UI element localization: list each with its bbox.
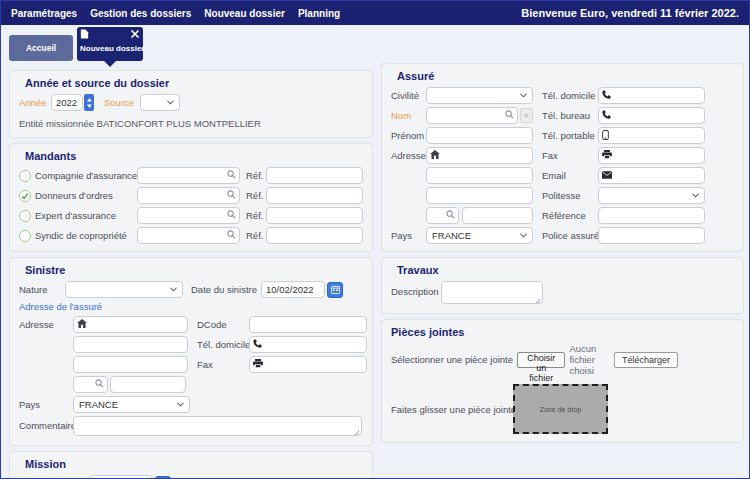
- upload-button[interactable]: Télécharger: [614, 352, 678, 368]
- tab-accueil[interactable]: Accueil: [9, 35, 73, 61]
- assure-adresse-input-3[interactable]: [426, 187, 533, 204]
- date-sinistre-label: Date du sinistre: [191, 284, 257, 295]
- panel-mission: Mission Reçue le Montant d'ouverture € M…: [9, 451, 373, 479]
- mandant-row-expert: Expert d'assurance Réf.: [19, 207, 363, 224]
- mandant-radio-donneurs[interactable]: [19, 190, 31, 202]
- panel-mandants-title: Mandants: [25, 150, 363, 162]
- house-icon: [77, 319, 87, 330]
- fax-icon: [253, 359, 263, 370]
- mandant-label: Expert d'assurance: [35, 210, 137, 221]
- panel-pieces-title: Pièces jointes: [391, 326, 734, 338]
- nature-select[interactable]: [65, 281, 183, 298]
- mandant-label: Donneurs d'ordres: [35, 190, 137, 201]
- file-icon: [80, 29, 89, 41]
- ref-label: Réf.: [246, 210, 263, 221]
- source-select[interactable]: [140, 94, 180, 111]
- mandant-label: Syndic de copropriété: [35, 230, 137, 241]
- tel-bureau-label: Tél. bureau: [542, 110, 598, 121]
- panel-sinistre: Sinistre Nature Date du sinistre Adresse…: [9, 257, 373, 446]
- pays-value: FRANCE: [79, 399, 118, 410]
- nom-label: Nom: [391, 110, 426, 121]
- email-label: Email: [542, 170, 598, 181]
- mandant-ref-input-syndic[interactable]: [266, 227, 363, 244]
- calendar-button[interactable]: [327, 282, 343, 298]
- annee-spinner[interactable]: [84, 94, 94, 111]
- assure-tel-portable-input[interactable]: [598, 127, 705, 144]
- civilite-select[interactable]: [426, 87, 533, 104]
- commentaire-textarea[interactable]: [73, 416, 362, 436]
- description-label: Description: [391, 286, 441, 297]
- chevron-down-icon: [520, 233, 527, 238]
- assure-tel-domicile-input[interactable]: [598, 87, 705, 104]
- phone-icon: [602, 90, 611, 101]
- prenom-input[interactable]: [426, 127, 533, 144]
- assure-ville-input[interactable]: [462, 207, 533, 224]
- mandant-ref-input-compagnie[interactable]: [266, 167, 363, 184]
- mandant-radio-expert[interactable]: [19, 210, 31, 222]
- reference-input[interactable]: [598, 207, 705, 224]
- panel-annee-source: Année et source du dossier Année Source …: [9, 70, 373, 138]
- prenom-label: Prénom: [391, 130, 426, 141]
- mandant-search-input-syndic[interactable]: [137, 227, 240, 244]
- assure-fax-input[interactable]: [598, 147, 705, 164]
- tab-nouveau-dossier[interactable]: Nouveau dossier: [77, 27, 143, 61]
- chevron-down-icon: [520, 93, 527, 98]
- tel-domicile-label: Tél. domicile: [542, 90, 598, 101]
- panel-assure: Assuré Civilité Tél. domicile Nom ✕ Tél.…: [381, 63, 744, 252]
- envelope-icon: [602, 170, 612, 181]
- tel-domicile-input[interactable]: [249, 336, 367, 353]
- fax-input[interactable]: [249, 356, 367, 373]
- adresse-input-2[interactable]: [73, 336, 188, 353]
- dcode-input[interactable]: [249, 316, 367, 333]
- calendar-button[interactable]: [155, 476, 171, 479]
- assure-tel-bureau-input[interactable]: [598, 107, 705, 124]
- date-sinistre-input[interactable]: [261, 281, 325, 298]
- assure-adresse-input-2[interactable]: [426, 167, 533, 184]
- adresse-input-3[interactable]: [73, 356, 188, 373]
- assure-adresse-input-1[interactable]: [426, 147, 533, 164]
- search-icon: [95, 379, 104, 390]
- menu-item-gestion-dossiers[interactable]: Gestion des dossiers: [90, 8, 191, 19]
- politesse-select[interactable]: [598, 187, 705, 204]
- ville-input[interactable]: [110, 376, 186, 393]
- description-textarea[interactable]: [441, 281, 543, 304]
- search-icon: [227, 170, 236, 181]
- police-assure-input[interactable]: [598, 227, 705, 244]
- mandant-search-input-compagnie[interactable]: [137, 167, 240, 184]
- menu-item-planning[interactable]: Planning: [298, 8, 340, 19]
- tab-bar: Accueil Nouveau dossier: [1, 25, 749, 63]
- adresse-input-1[interactable]: [73, 316, 188, 333]
- tab-close-icon[interactable]: [130, 29, 140, 41]
- menu-item-nouveau-dossier[interactable]: Nouveau dossier: [204, 8, 285, 19]
- pays-select[interactable]: FRANCE: [73, 396, 190, 413]
- search-icon: [227, 190, 236, 201]
- annee-input[interactable]: [51, 94, 83, 111]
- assure-pays-value: FRANCE: [432, 230, 471, 241]
- search-icon: [227, 230, 236, 241]
- entite-note: Entité missionnée BATICONFORT PLUS MONTP…: [19, 118, 363, 129]
- annee-label: Année: [19, 97, 51, 108]
- mandant-search-input-expert[interactable]: [137, 207, 240, 224]
- welcome-text: Bienvenue Euro, vendredi 11 février 2022…: [521, 7, 739, 19]
- menu-item-parametrages[interactable]: Paramétrages: [11, 8, 77, 19]
- mandant-row-syndic: Syndic de copropriété Réf.: [19, 227, 363, 244]
- assure-pays-select[interactable]: FRANCE: [426, 227, 533, 244]
- tab-accueil-label: Accueil: [26, 43, 56, 53]
- recue-le-input[interactable]: [89, 475, 153, 479]
- tab-nouveau-dossier-label: Nouveau dossier: [80, 44, 140, 53]
- police-assure-label: Police assuré: [542, 230, 598, 241]
- mandant-radio-syndic[interactable]: [19, 230, 31, 242]
- nature-label: Nature: [19, 284, 65, 295]
- choose-file-button[interactable]: Choisir un fichier: [517, 352, 565, 368]
- adresse-assure-link[interactable]: Adresse de l'assuré: [19, 301, 363, 312]
- pays-label: Pays: [19, 399, 73, 410]
- chevron-down-icon: [170, 287, 177, 292]
- mandant-radio-compagnie[interactable]: [19, 170, 31, 182]
- mandant-ref-input-expert[interactable]: [266, 207, 363, 224]
- email-input[interactable]: [598, 167, 705, 184]
- nom-clear-button[interactable]: ✕: [520, 108, 533, 123]
- drop-zone[interactable]: Zone de drop: [513, 384, 608, 434]
- politesse-label: Politesse: [542, 190, 598, 201]
- mandant-search-input-donneurs[interactable]: [137, 187, 240, 204]
- mandant-ref-input-donneurs[interactable]: [266, 187, 363, 204]
